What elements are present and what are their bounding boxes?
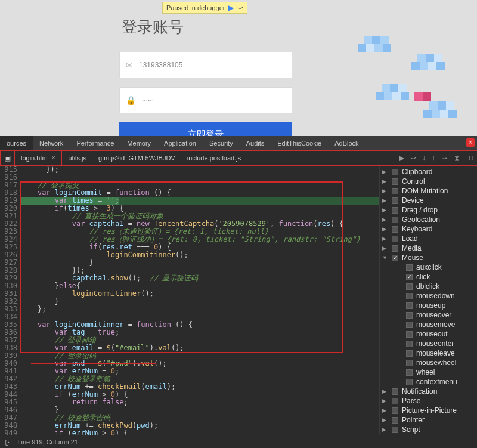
listener-event[interactable]: mouseleave [382,348,477,358]
checkbox[interactable] [406,312,413,319]
checkbox[interactable] [392,255,398,261]
file-tab[interactable]: include.postload.js [181,151,247,165]
disclosure-triangle-icon[interactable]: ▶ [382,188,388,194]
step-into-button[interactable]: ↓ [422,154,426,162]
step-over-icon[interactable]: ⤻ [237,4,243,12]
listener-event[interactable]: wheel [382,367,477,377]
checkbox[interactable] [406,264,413,271]
listener-category[interactable]: ▶Script [382,425,477,434]
listener-category[interactable]: ▶Parse [382,396,477,406]
disclosure-triangle-icon[interactable]: ▶ [382,407,388,413]
email-field[interactable]: ✉ 13193388105 [119,52,292,78]
checkbox[interactable] [406,293,413,299]
step-button[interactable]: → [441,154,448,162]
disclosure-triangle-icon[interactable]: ▶ [382,197,388,203]
checkbox[interactable] [392,427,398,433]
pause-exceptions-button[interactable]: ⁝⁝ [469,154,473,162]
file-tab[interactable]: gtm.js?id=GTM-5WJBJDV [92,151,181,165]
disclosure-triangle-icon[interactable]: ▶ [382,236,388,242]
checkbox[interactable] [406,302,413,309]
listener-event[interactable]: mousedown [382,291,477,301]
disclosure-triangle-icon[interactable]: ▶ [382,427,388,432]
disclosure-triangle-icon[interactable]: ▼ [382,255,388,261]
file-tab[interactable]: utils.js [62,151,92,165]
listener-category[interactable]: ▼Mouse [382,253,477,262]
checkbox[interactable] [392,226,398,233]
devtools-tab[interactable]: EditThisCookie [271,136,328,150]
listener-category[interactable]: ▶Media [382,243,477,253]
listener-category[interactable]: ▶Device [382,196,477,205]
checkbox[interactable] [406,350,413,357]
disclosure-triangle-icon[interactable]: ▶ [382,417,388,423]
listener-event[interactable]: mousemove [382,320,477,329]
checkbox[interactable] [406,331,413,338]
listener-category[interactable]: ▶Load [382,234,477,243]
listener-event[interactable]: auxclick [382,262,477,272]
listener-category[interactable]: ▶Keyboard [382,224,477,234]
checkbox[interactable] [392,188,398,194]
checkbox[interactable] [392,417,398,424]
checkbox[interactable] [392,207,398,214]
resume-button[interactable]: ▶ [399,154,404,162]
devtools-tab[interactable]: Application [157,136,203,150]
deactivate-bp-button[interactable]: ⧗ [454,154,459,162]
disclosure-triangle-icon[interactable]: ▶ [382,178,388,184]
devtools-tab[interactable]: Network [33,136,70,150]
close-tab-icon[interactable]: × [52,155,55,161]
listener-event[interactable]: mousewheel [382,358,477,367]
listener-event[interactable]: mouseout [382,329,477,339]
disclosure-triangle-icon[interactable]: ▶ [382,217,388,223]
checkbox[interactable] [392,178,398,185]
close-icon[interactable]: × [466,138,475,147]
listener-category[interactable]: ▶Geolocation [382,215,477,224]
devtools-tab[interactable]: ources [0,136,33,150]
braces-icon[interactable]: {} [5,438,9,446]
listener-event[interactable]: mouseover [382,310,477,320]
checkbox[interactable] [406,283,413,290]
disclosure-triangle-icon[interactable]: ▶ [382,388,388,394]
nav-toggle-icon[interactable]: ▣ [1,154,14,162]
checkbox[interactable] [392,388,398,395]
listener-event[interactable]: mouseenter [382,339,477,348]
listener-event[interactable]: click [382,272,477,282]
disclosure-triangle-icon[interactable]: ▶ [382,245,388,251]
listener-category[interactable]: ▶Notification [382,387,477,396]
devtools-tab[interactable]: Memory [120,136,157,150]
devtools-tab[interactable]: Audits [240,136,271,150]
checkbox[interactable] [392,169,398,175]
checkbox[interactable] [392,398,398,404]
resume-icon[interactable]: ▶ [228,4,234,12]
devtools-tab[interactable]: Security [203,136,240,150]
file-tab-active[interactable]: login.htm × [15,151,61,165]
checkbox[interactable] [406,274,413,280]
checkbox[interactable] [392,245,398,252]
listener-category[interactable]: ▶Drag / drop [382,205,477,215]
listener-event[interactable]: mouseup [382,301,477,310]
checkbox[interactable] [392,236,398,242]
disclosure-triangle-icon[interactable]: ▶ [382,226,388,232]
disclosure-triangle-icon[interactable]: ▶ [382,398,388,404]
checkbox[interactable] [392,197,398,204]
devtools-tab[interactable]: Performance [70,136,120,150]
checkbox[interactable] [406,360,413,366]
checkbox[interactable] [392,407,398,414]
disclosure-triangle-icon[interactable]: ▶ [382,207,388,213]
listener-event[interactable]: dblclick [382,282,477,291]
source-editor[interactable]: 9159169179189199209219229239249259269279… [0,166,379,435]
step-out-button[interactable]: ↑ [432,154,435,162]
checkbox[interactable] [406,341,413,347]
listener-category[interactable]: ▶Control [382,177,477,186]
listener-category[interactable]: ▶Pointer [382,415,477,425]
password-field[interactable]: 🔒 ······ [119,87,292,113]
checkbox[interactable] [406,322,413,328]
checkbox[interactable] [406,369,413,376]
listener-category[interactable]: ▶Picture-in-Picture [382,406,477,415]
checkbox[interactable] [406,379,413,385]
disclosure-triangle-icon[interactable]: ▶ [382,169,388,175]
step-over-button[interactable]: ⤻ [410,154,416,162]
devtools-tab[interactable]: AdBlock [328,136,365,150]
checkbox[interactable] [392,217,398,223]
listener-event[interactable]: contextmenu [382,377,477,387]
listener-category[interactable]: ▶Clipboard [382,167,477,177]
listener-category[interactable]: ▶DOM Mutation [382,186,477,196]
